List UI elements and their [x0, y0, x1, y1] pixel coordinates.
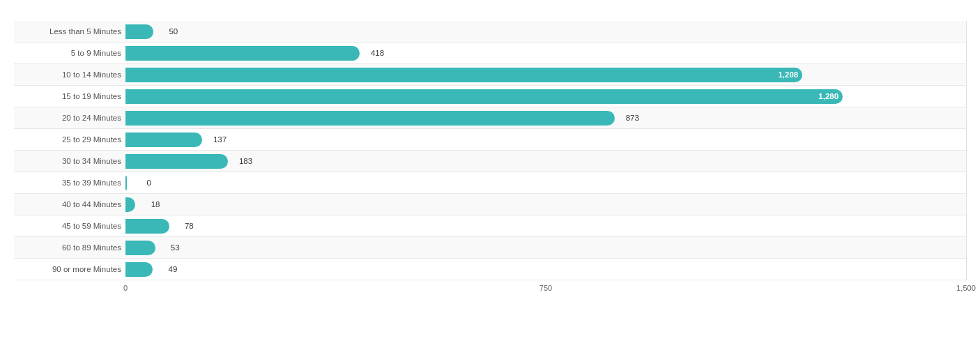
bar-row: 5 to 9 Minutes418 [14, 43, 966, 64]
bar-fill: 50 [125, 24, 153, 39]
bar-track: 78 [125, 215, 966, 236]
bar-track: 18 [125, 194, 966, 215]
bar-row: 15 to 19 Minutes1,280 [14, 86, 966, 107]
bar-fill: 1,280 [125, 89, 843, 104]
bar-fill: 18 [125, 197, 135, 212]
bar-label: 15 to 19 Minutes [14, 92, 125, 100]
bar-row: 35 to 39 Minutes0 [14, 172, 966, 194]
x-tick: 750 [539, 284, 552, 292]
bar-fill: 78 [125, 219, 169, 234]
bar-label: 25 to 29 Minutes [14, 135, 125, 144]
bar-row: 45 to 59 Minutes78 [14, 215, 966, 237]
bar-fill: 873 [125, 111, 615, 126]
bar-label: 5 to 9 Minutes [14, 49, 125, 57]
bar-track: 53 [125, 237, 966, 258]
bar-label: 35 to 39 Minutes [14, 179, 125, 187]
bar-track: 873 [125, 107, 966, 128]
bar-fill: 53 [125, 241, 155, 255]
bar-row: 60 to 89 Minutes53 [14, 237, 966, 259]
bar-fill: 1,208 [125, 68, 802, 82]
bar-row: 90 or more Minutes49 [14, 259, 966, 280]
chart-area: Less than 5 Minutes505 to 9 Minutes41810… [14, 21, 966, 301]
bar-track: 0 [125, 172, 966, 193]
bar-fill: 49 [125, 262, 153, 277]
bar-row: Less than 5 Minutes50 [14, 21, 966, 43]
bar-track: 418 [125, 43, 966, 63]
bar-value: 873 [626, 114, 639, 122]
bar-value: 1,208 [778, 70, 798, 79]
bar-value: 0 [147, 179, 151, 187]
bar-label: Less than 5 Minutes [14, 27, 125, 36]
bar-track: 1,208 [125, 64, 966, 85]
bar-row: 20 to 24 Minutes873 [14, 107, 966, 129]
bar-label: 20 to 24 Minutes [14, 114, 125, 122]
bar-value: 78 [185, 222, 194, 230]
bar-label: 45 to 59 Minutes [14, 222, 125, 230]
bar-rows: Less than 5 Minutes505 to 9 Minutes41810… [14, 21, 966, 280]
bar-row: 40 to 44 Minutes18 [14, 194, 966, 215]
bar-label: 30 to 34 Minutes [14, 157, 125, 165]
bar-value: 418 [371, 49, 384, 57]
bar-fill: 0 [125, 176, 127, 190]
bar-track: 183 [125, 151, 966, 172]
x-tick: 1,500 [956, 284, 976, 292]
bar-track: 49 [125, 259, 966, 280]
bar-track: 50 [125, 21, 966, 42]
bar-row: 30 to 34 Minutes183 [14, 151, 966, 172]
bar-row: 10 to 14 Minutes1,208 [14, 64, 966, 86]
bar-label: 40 to 44 Minutes [14, 200, 125, 208]
bar-row: 25 to 29 Minutes137 [14, 129, 966, 151]
x-tick: 0 [123, 284, 128, 292]
bar-fill: 137 [125, 132, 202, 147]
chart-container: Less than 5 Minutes505 to 9 Minutes41810… [0, 0, 980, 364]
grid-line [966, 21, 967, 280]
bar-value: 53 [171, 243, 180, 252]
bar-label: 60 to 89 Minutes [14, 243, 125, 252]
bar-fill: 183 [125, 154, 228, 169]
bar-value: 183 [239, 157, 252, 165]
bar-track: 1,280 [125, 86, 966, 107]
bar-value: 49 [169, 265, 178, 273]
bar-fill: 418 [125, 46, 360, 61]
bar-value: 137 [213, 135, 227, 144]
bar-track: 137 [125, 129, 966, 150]
bar-value: 18 [151, 200, 160, 208]
x-axis: 07501,500 [125, 280, 966, 301]
bar-label: 10 to 14 Minutes [14, 70, 125, 79]
bar-value: 1,280 [818, 92, 839, 100]
bar-label: 90 or more Minutes [14, 265, 125, 273]
bar-value: 50 [169, 27, 178, 36]
